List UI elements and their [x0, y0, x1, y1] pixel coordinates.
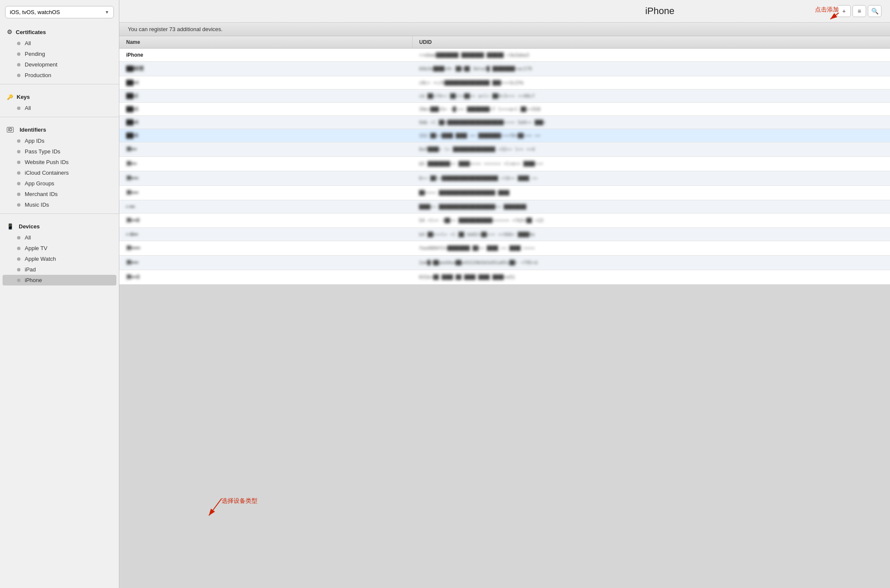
header-actions: + ≡ 🔍	[837, 5, 881, 17]
dot-icon	[17, 182, 20, 185]
sidebar-item-development[interactable]: Development	[0, 59, 119, 70]
device-udid-cell: 66b3e████•0• ██•██ 3bta3█ ████████•ac179	[412, 62, 890, 76]
keys-header: 🔑 Keys	[0, 91, 119, 103]
sidebar-item-pending[interactable]: Pending	[0, 49, 119, 59]
table-row[interactable]: ██•49db •l ██•████████████████████•••• 5…	[119, 116, 890, 129]
table-row[interactable]: • •••████•• ████████████████████•• █████…	[119, 200, 890, 213]
divider-2	[0, 117, 119, 117]
dot-icon	[17, 236, 20, 239]
device-name-cell: 测•••	[119, 157, 412, 171]
dot-icon	[17, 139, 20, 143]
pending-label: Pending	[25, 51, 45, 57]
dot-icon	[17, 268, 20, 271]
ipad-label: iPad	[25, 266, 36, 273]
identifiers-section: ID Identifiers App IDs Pass Type IDs Web…	[0, 124, 119, 210]
table-row[interactable]: ██•2cb ██•f4•• ██•l•██•• a•l• ██0•3••• •…	[119, 89, 890, 103]
platform-dropdown[interactable]: iOS, tvOS, watchOS ▼	[5, 6, 114, 18]
page-title: iPhone	[483, 6, 837, 17]
production-label: Production	[25, 72, 51, 78]
sidebar-item-production[interactable]: Production	[0, 70, 119, 81]
sidebar-item-all-certs[interactable]: All	[0, 38, 119, 49]
table-row[interactable]: iPhone••ebae████████ ████████ ██████ •3e…	[119, 49, 890, 62]
device-udid-cell: 54 •l•• •██•• ████████████•••••• •7d3•██…	[412, 213, 890, 228]
dot-icon	[17, 52, 20, 56]
table-row[interactable]: 测•••8af████• l• ███████████████ •32•• l•…	[119, 142, 890, 157]
pass-type-ids-label: Pass Type IDs	[25, 148, 61, 155]
dot-icon	[17, 171, 20, 175]
table-row[interactable]: ██•5152 ██••████ ████ •• ████████•••f8•█…	[119, 129, 890, 142]
sidebar-item-all-keys[interactable]: All	[0, 103, 119, 113]
all-certs-label: All	[25, 40, 31, 46]
dot-icon	[17, 203, 20, 207]
sidebar-item-app-ids[interactable]: App IDs	[0, 135, 119, 146]
devices-icon: 📱	[7, 223, 14, 230]
dot-icon	[17, 150, 20, 153]
device-name-cell: 测••••	[119, 186, 412, 200]
device-name-cell: ██•3	[119, 103, 412, 116]
keys-section: 🔑 Keys All	[0, 91, 119, 113]
sidebar-item-app-groups[interactable]: App Groups	[0, 178, 119, 189]
table-row[interactable]: 测•••b5 ████████•• ████•••• •••••• •l•e••…	[119, 157, 890, 171]
device-udid-cell: 39e•███•5• •█l•• ████████•7 l•••a•l ██••…	[412, 103, 890, 116]
add-button[interactable]: +	[837, 5, 851, 17]
main-header: iPhone + ≡ 🔍	[119, 0, 890, 23]
dot-icon	[17, 42, 20, 45]
device-udid-cell: 2a4█•██aed4ea██u43220b5b5d91a05c██• •795…	[412, 256, 890, 270]
dot-icon	[17, 279, 20, 282]
device-udid-cell: ••ebae████████ ████████ ██████ •3e2aba3	[412, 49, 890, 62]
sidebar-item-apple-tv[interactable]: Apple TV	[0, 243, 119, 254]
table-row[interactable]: 测•••••fea4804f2•████████ ██•• ████ •• ██…	[119, 241, 890, 256]
sidebar-item-website-push-ids[interactable]: Website Push IDs	[0, 157, 119, 167]
search-button[interactable]: 🔍	[868, 5, 881, 17]
device-name-cell: iPhone	[119, 49, 412, 62]
devices-section: 📱 Devices All Apple TV Apple Watch iPad …	[0, 221, 119, 285]
divider-3	[0, 213, 119, 214]
edit-button[interactable]: ≡	[852, 5, 866, 17]
identifiers-label: Identifiers	[20, 127, 46, 133]
sidebar-item-iphone[interactable]: iPhone	[3, 275, 116, 285]
table-row[interactable]: 测••••██•••• ████████████████████ ████	[119, 186, 890, 200]
device-udid-cell: fea4804f2•████████ ██•• ████ •• ████ •••…	[412, 241, 890, 256]
dot-icon	[17, 161, 20, 164]
devices-table-container[interactable]: Name UDID iPhone••ebae████████ ████████ …	[119, 36, 890, 588]
device-name-cell: ██••l	[119, 76, 412, 89]
table-row[interactable]: 测•••3031b•██ ████ ██ ████ ████ ████•e51	[119, 270, 890, 285]
device-name-cell: ██•2	[119, 89, 412, 103]
sidebar-item-ipad[interactable]: iPad	[0, 264, 119, 275]
sidebar-item-merchant-ids[interactable]: Merchant IDs	[0, 189, 119, 199]
device-name-cell: • •l•••	[119, 228, 412, 241]
info-bar: You can register 73 additional devices.	[119, 23, 890, 36]
table-row[interactable]: ██经理66b3e████•0• ██•██ 3bta3█ ████████•a…	[119, 62, 890, 76]
device-name-cell: • •••	[119, 200, 412, 213]
app-ids-label: App IDs	[25, 138, 44, 144]
device-udid-cell: 152 ██••████ ████ •• ████████•••f8•██•••…	[412, 129, 890, 142]
table-row[interactable]: 测••••0•• ██l•████████████████████ •l0•• …	[119, 171, 890, 186]
sidebar-item-pass-type-ids[interactable]: Pass Type IDs	[0, 146, 119, 157]
table-row[interactable]: 测•••054 •l•• •██•• ████████████•••••• •7…	[119, 213, 890, 228]
sidebar-item-music-ids[interactable]: Music IDs	[0, 199, 119, 210]
identifiers-icon: ID	[7, 127, 14, 133]
apple-tv-label: Apple TV	[25, 245, 47, 251]
device-name-cell: ██•5	[119, 129, 412, 142]
main-content: iPhone + ≡ 🔍 You can register 73 additio…	[119, 0, 890, 588]
iphone-label: iPhone	[25, 277, 42, 283]
device-udid-cell: ██•••• ████████████████████ ████	[412, 186, 890, 200]
device-name-cell: 测•••	[119, 142, 412, 157]
device-udid-cell: ████•• ████████████████████•• ████████	[412, 200, 890, 213]
apple-watch-label: Apple Watch	[25, 256, 56, 262]
table-header: Name UDID	[119, 36, 890, 49]
table-row[interactable]: ██•339e•███•5• •█l•• ████████•7 l•••a•l …	[119, 103, 890, 116]
device-udid-cell: b4 ██•••l• •l ██ bb82•██••• ••566• ████6…	[412, 228, 890, 241]
device-name-cell: 测•••••	[119, 241, 412, 256]
sidebar-item-all-devices[interactable]: All	[0, 232, 119, 243]
table-row[interactable]: 测••••2a4█•██aed4ea██u43220b5b5d91a05c██•…	[119, 256, 890, 270]
merchant-ids-label: Merchant IDs	[25, 191, 58, 197]
table-row[interactable]: • •l•••b4 ██•••l• •l ██ bb82•██••• ••566…	[119, 228, 890, 241]
keys-label: Keys	[17, 94, 30, 100]
device-udid-cell: cb ██•f4•• ██•l•██•• a•l• ██0•3••• ••40c…	[412, 89, 890, 103]
table-row[interactable]: ██••lc0c• ••/6████████████████ ███•••3c2…	[119, 76, 890, 89]
device-name-cell: ██•4	[119, 116, 412, 129]
sidebar-item-icloud-containers[interactable]: iCloud Containers	[0, 167, 119, 178]
info-text: You can register 73 additional devices.	[128, 26, 222, 32]
sidebar-item-apple-watch[interactable]: Apple Watch	[0, 254, 119, 264]
